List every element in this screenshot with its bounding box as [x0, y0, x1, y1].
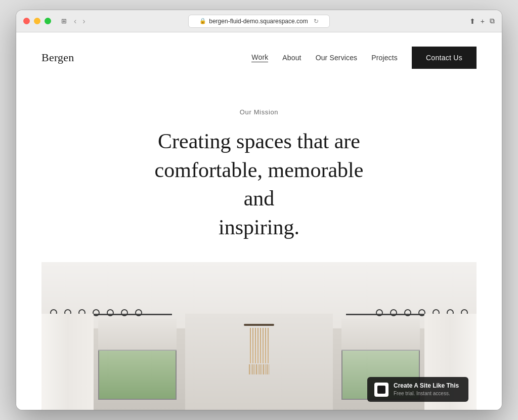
share-icon[interactable]: ⬆: [469, 17, 476, 25]
macrame-string: [252, 328, 253, 363]
website-content: Bergen Work About Our Services Projects …: [16, 32, 502, 410]
hero-heading-line2: comfortable, memorable and: [155, 158, 364, 211]
close-button[interactable]: [23, 18, 30, 24]
macrame-string: [260, 328, 261, 363]
contact-button[interactable]: Contact Us: [412, 47, 477, 69]
mac-window: ⊞ ‹ › 🔒 bergen-fluid-demo.squarespace.co…: [16, 10, 502, 410]
address-bar[interactable]: 🔒 bergen-fluid-demo.squarespace.com ↻: [188, 15, 330, 28]
refresh-icon[interactable]: ↻: [314, 18, 319, 25]
nav-work[interactable]: Work: [251, 53, 268, 62]
macrame-string: [250, 328, 251, 363]
sidebar-icon[interactable]: ⊞: [58, 16, 69, 27]
ring: [404, 309, 411, 316]
ring: [93, 309, 100, 316]
forward-arrow-icon[interactable]: ›: [81, 17, 87, 26]
ring: [390, 309, 397, 316]
new-tab-icon[interactable]: +: [481, 17, 485, 25]
hero-heading-line1: Creating spaces that are: [158, 130, 360, 153]
macrame-strings: [241, 328, 277, 363]
lock-icon: 🔒: [199, 18, 206, 24]
ring: [121, 309, 128, 316]
toolbar-icons: ⊞ ‹ ›: [58, 16, 87, 27]
window-controls: [23, 18, 51, 24]
hero-section: Our Mission Creating spaces that are com…: [16, 83, 502, 262]
shade-right: [341, 318, 420, 351]
macrame-string: [257, 328, 258, 363]
macrame-string: [263, 328, 264, 363]
squarespace-logo: [374, 383, 388, 397]
nav-about[interactable]: About: [282, 54, 301, 62]
squarespace-badge-title: Create A Site Like This: [394, 382, 459, 390]
tabs-icon[interactable]: ⧉: [490, 17, 495, 25]
mission-label: Our Mission: [36, 108, 482, 116]
site-logo[interactable]: Bergen: [41, 51, 74, 64]
squarespace-badge-text: Create A Site Like This Free trial. Inst…: [394, 382, 459, 397]
mac-titlebar: ⊞ ‹ › 🔒 bergen-fluid-demo.squarespace.co…: [16, 10, 502, 32]
back-arrow-icon[interactable]: ‹: [72, 17, 78, 26]
ring: [107, 309, 114, 316]
nav-services[interactable]: Our Services: [316, 54, 358, 62]
ring: [376, 309, 383, 316]
shade-left: [98, 318, 177, 351]
curtain-left: [41, 314, 94, 410]
hero-heading: Creating spaces that are comfortable, me…: [138, 127, 380, 242]
room-scene: Create A Site Like This Free trial. Inst…: [41, 262, 477, 410]
toolbar-right: ⬆ + ⧉: [469, 17, 495, 25]
macrame-decoration: [241, 324, 277, 369]
site-header: Bergen Work About Our Services Projects …: [16, 32, 502, 83]
room-image: Create A Site Like This Free trial. Inst…: [41, 262, 477, 410]
nav-projects[interactable]: Projects: [371, 54, 398, 62]
macrame-string: [265, 328, 266, 363]
ring: [135, 309, 142, 316]
squarespace-logo-inner: [377, 386, 385, 394]
hero-heading-line3: inspiring.: [219, 216, 299, 239]
maximize-button[interactable]: [45, 18, 51, 24]
macrame-bar: [244, 324, 274, 326]
macrame-string: [255, 328, 256, 363]
url-text: bergen-fluid-demo.squarespace.com: [209, 18, 308, 25]
squarespace-badge[interactable]: Create A Site Like This Free trial. Inst…: [367, 377, 468, 402]
squarespace-badge-subtitle: Free trial. Instant access.: [394, 390, 459, 397]
site-nav: Work About Our Services Projects Contact…: [251, 47, 477, 69]
minimize-button[interactable]: [34, 18, 40, 24]
macrame-string: [268, 328, 269, 363]
macrame-fringe: [241, 364, 277, 374]
